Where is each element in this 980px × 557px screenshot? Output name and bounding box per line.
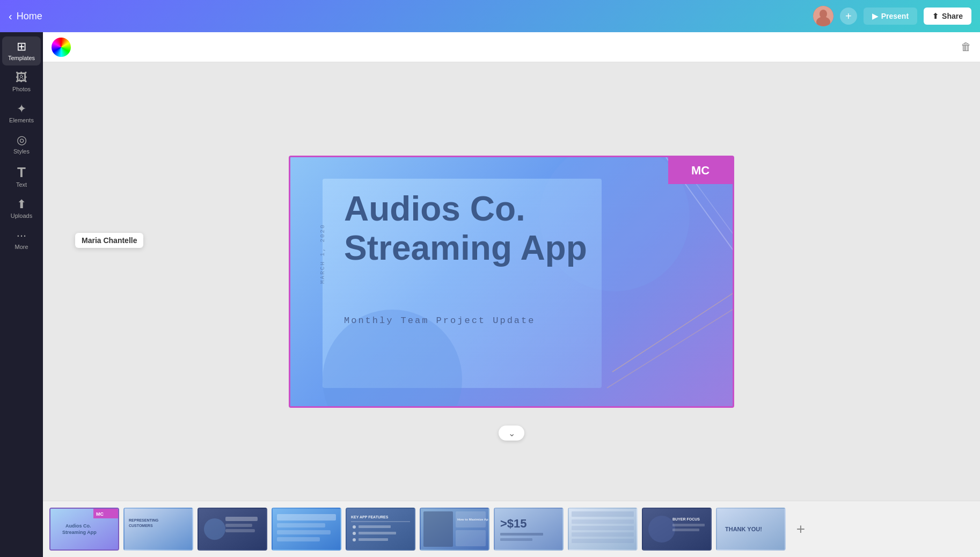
svg-text:Audios Co.: Audios Co.	[65, 523, 91, 529]
svg-rect-17	[225, 517, 258, 521]
thumb-preview-svg-1: MC Audios Co. Streaming App	[50, 509, 118, 549]
sidebar-item-templates[interactable]: ⊞ Templates	[2, 36, 41, 65]
svg-rect-29	[359, 525, 391, 528]
trash-button[interactable]: 🗑	[961, 41, 971, 53]
svg-point-28	[353, 525, 356, 529]
trash-icon: 🗑	[961, 41, 971, 53]
sidebar-item-styles[interactable]: ◎ Styles	[2, 130, 41, 159]
svg-point-32	[353, 538, 356, 541]
thumbnail-3[interactable]	[198, 508, 267, 551]
thumb-inner-9: BUYER FOCUS	[643, 509, 711, 549]
svg-text:BUYER FOCUS: BUYER FOCUS	[672, 517, 700, 521]
styles-icon: ◎	[17, 134, 27, 146]
svg-rect-18	[225, 524, 252, 527]
sidebar-item-more[interactable]: ··· More	[2, 225, 41, 254]
more-icon: ···	[17, 230, 26, 241]
thumbnail-9[interactable]: BUYER FOCUS	[642, 508, 712, 551]
svg-rect-33	[359, 538, 388, 541]
svg-text:CUSTOMERS: CUSTOMERS	[129, 524, 153, 527]
slide-canvas[interactable]: MC Audios Co. Streaming App Monthly Team…	[289, 156, 734, 408]
slide-title-line1: Audios Co.	[344, 189, 587, 229]
svg-rect-31	[359, 532, 396, 534]
svg-rect-48	[572, 539, 634, 543]
svg-rect-38	[456, 530, 486, 546]
slide-title: Audios Co. Streaming App	[344, 189, 587, 268]
add-collaborator-button[interactable]: +	[840, 8, 857, 25]
share-button[interactable]: ⬆ Share	[924, 8, 971, 25]
thumb-preview-svg-5: KEY APP FEATURES	[347, 509, 414, 549]
photos-icon: 🖼	[16, 72, 27, 84]
thumb-inner-7: >$15	[495, 509, 562, 549]
sidebar-item-label: Styles	[13, 148, 30, 155]
header-left: ‹ Home	[9, 10, 42, 23]
elements-icon: ✦	[17, 103, 26, 115]
back-button[interactable]: ‹	[9, 10, 12, 23]
header: ‹ Home + ▶ Present ⬆ Share	[0, 0, 980, 32]
svg-rect-47	[572, 532, 634, 537]
svg-text:MC: MC	[96, 511, 104, 517]
avatar[interactable]	[813, 6, 833, 26]
thumbnail-8[interactable]	[568, 508, 638, 551]
thumb-preview-svg-2: REPRESENTING CUSTOMERS	[125, 509, 192, 549]
toolbar: 🗑	[43, 32, 980, 62]
thumb-preview-svg-3	[199, 509, 266, 549]
svg-rect-52	[672, 524, 705, 526]
main-layout: ⊞ Templates 🖼 Photos ✦ Elements ◎ Styles…	[0, 32, 980, 557]
thumb-preview-svg-10: THANK YOU!	[717, 509, 785, 549]
present-button[interactable]: ▶ Present	[864, 8, 917, 25]
text-icon: T	[17, 165, 26, 179]
present-label: Present	[881, 12, 909, 20]
sidebar-item-label: Templates	[8, 55, 35, 61]
sidebar-item-uploads[interactable]: ⬆ Uploads	[2, 194, 41, 223]
uploads-icon: ⬆	[17, 199, 26, 210]
svg-rect-41	[500, 533, 543, 536]
thumb-inner-6: How to Maximize App	[421, 509, 488, 549]
sidebar-item-label: Uploads	[11, 212, 32, 219]
home-label: Home	[17, 11, 42, 22]
share-icon: ⬆	[932, 12, 939, 20]
sidebar-item-elements[interactable]: ✦ Elements	[2, 99, 41, 128]
svg-rect-46	[572, 526, 634, 530]
thumbnail-6[interactable]: How to Maximize App	[420, 508, 489, 551]
thumb-preview-svg-7: >$15	[495, 509, 562, 549]
thumb-inner-3	[199, 509, 266, 549]
thumb-inner-5: KEY APP FEATURES	[347, 509, 414, 549]
thumbnail-10[interactable]: THANK YOU!	[716, 508, 786, 551]
chevron-down-icon: ⌄	[508, 428, 515, 438]
svg-rect-45	[572, 519, 634, 524]
thumbnail-7[interactable]: >$15	[494, 508, 564, 551]
thumbnail-1[interactable]: Audios Co.Streaming App MC Audios Co. St…	[49, 508, 119, 551]
svg-text:>$15: >$15	[500, 517, 527, 530]
thumbnail-5[interactable]: KEY APP FEATURES	[346, 508, 415, 551]
thumb-inner-8	[569, 509, 637, 549]
svg-point-16	[204, 518, 225, 540]
add-slide-button[interactable]: +	[790, 508, 811, 551]
thumbnail-2[interactable]: REPRESENTING CUSTOMERS	[123, 508, 193, 551]
svg-text:THANK YOU!: THANK YOU!	[725, 526, 762, 532]
svg-rect-12	[125, 509, 192, 549]
thumbnail-4[interactable]	[272, 508, 341, 551]
svg-text:How to Maximize App: How to Maximize App	[457, 518, 488, 521]
svg-rect-42	[500, 538, 532, 541]
thumb-inner-1: Audios Co.Streaming App MC Audios Co. St…	[50, 509, 118, 549]
thumb-inner-10: THANK YOU!	[717, 509, 785, 549]
sidebar-item-label: Elements	[9, 117, 34, 123]
sidebar-item-text[interactable]: T Text	[2, 161, 41, 192]
sidebar: ⊞ Templates 🖼 Photos ✦ Elements ◎ Styles…	[0, 32, 43, 557]
mc-badge: MC	[668, 157, 733, 184]
sidebar-item-label: More	[14, 244, 28, 250]
share-label: Share	[942, 12, 963, 20]
color-picker-button[interactable]	[52, 38, 71, 57]
svg-rect-24	[277, 537, 320, 541]
avatar-image	[813, 6, 833, 26]
add-slide-icon: +	[796, 521, 805, 538]
svg-line-5	[612, 291, 733, 372]
slide-title-line2: Streaming App	[344, 229, 587, 268]
svg-point-50	[648, 516, 675, 543]
thumb-preview-svg-6: How to Maximize App	[421, 509, 488, 549]
present-icon: ▶	[872, 12, 878, 20]
templates-icon: ⊞	[17, 41, 26, 53]
svg-line-6	[607, 307, 733, 388]
collapse-panel-button[interactable]: ⌄	[499, 426, 524, 441]
sidebar-item-photos[interactable]: 🖼 Photos	[2, 68, 41, 97]
